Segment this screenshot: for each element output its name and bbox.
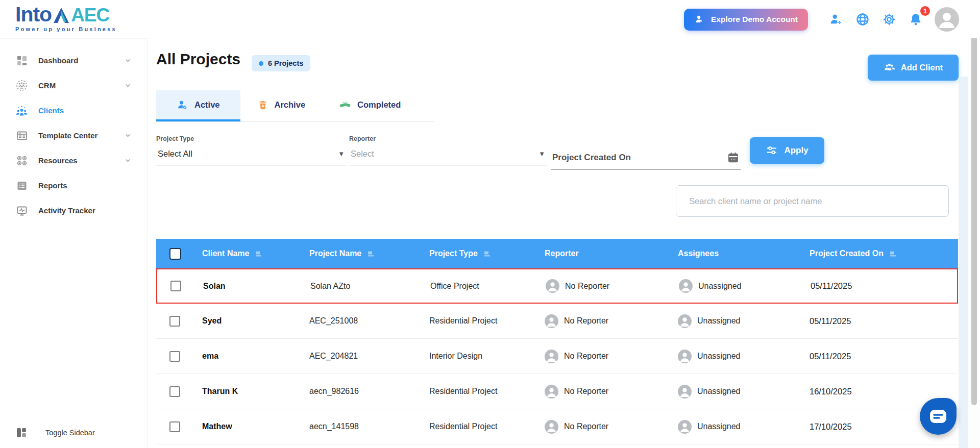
- add-client-label: Add Client: [901, 63, 943, 72]
- brand-tagline: Power up your Business: [15, 26, 117, 32]
- scrollbar-thumb[interactable]: [971, 4, 977, 405]
- brand-logo[interactable]: Into AEC Power up your Business: [15, 5, 117, 32]
- table-row[interactable]: Tharun K aecn_982616 Residential Project…: [156, 374, 958, 409]
- reporter-filter[interactable]: Reporter Select ▼: [349, 135, 547, 165]
- page-title: All Projects: [156, 51, 240, 68]
- sidebar-item-clients[interactable]: Clients: [0, 98, 148, 123]
- avatar-placeholder-icon: [545, 350, 558, 363]
- sidebar-item-resources[interactable]: Resources: [0, 148, 148, 173]
- table-header-row: Client Name Project Name Project Type Re…: [156, 239, 958, 268]
- avatar-placeholder-icon: [546, 279, 559, 293]
- table-row[interactable]: Mathew aecn_141598 Residential Project N…: [156, 409, 958, 444]
- top-header: Into AEC Power up your Business Explore …: [0, 0, 980, 38]
- add-client-button[interactable]: Add Client: [868, 55, 959, 81]
- row-checkbox[interactable]: [169, 421, 180, 432]
- brand-triangle-icon: [52, 6, 70, 24]
- row-select-cell: [156, 351, 189, 362]
- tab-active[interactable]: Active: [156, 90, 240, 121]
- activity-icon: [15, 204, 28, 217]
- column-header-project-created-on[interactable]: Project Created On: [796, 249, 958, 258]
- settings-gear-button[interactable]: [881, 11, 897, 28]
- tab-archive[interactable]: Archive: [240, 90, 323, 121]
- select-all-cell: [156, 248, 189, 260]
- avatar-placeholder-icon: [545, 420, 558, 434]
- avatar-placeholder-icon: [678, 350, 692, 363]
- project-type-value: Select All: [158, 149, 192, 159]
- projects-count-badge: 6 Projects: [252, 55, 310, 71]
- sidebar-item-label: Resources: [38, 156, 114, 165]
- resources-icon: [15, 154, 28, 167]
- chevron-down-icon: [124, 82, 132, 90]
- project-name-cell: aecn_141598: [296, 422, 416, 431]
- reporter-select[interactable]: Select ▼: [349, 142, 547, 165]
- ring-icon: [259, 61, 263, 66]
- created-on-cell: 16/10/2025: [796, 387, 958, 396]
- reporter-cell: No Reporter: [531, 420, 665, 434]
- apply-filters-button[interactable]: Apply: [750, 137, 824, 164]
- sort-icon[interactable]: [367, 251, 375, 257]
- switch-account-icon: [694, 14, 705, 25]
- project-type-select[interactable]: Select All ▼: [156, 142, 346, 165]
- assignees-cell: Unassigned: [665, 350, 796, 363]
- table-row[interactable]: Syed AEC_251008 Residential Project No R…: [156, 304, 958, 339]
- row-select-cell: [157, 281, 190, 291]
- project-type-filter[interactable]: Project Type Select All ▼: [156, 135, 346, 165]
- sidebar-item-label: Dashboard: [38, 56, 114, 65]
- table-row[interactable]: Solan Solan AZto Office Project No Repor…: [156, 268, 958, 304]
- sidebar-item-activity-tracker[interactable]: Activity Tracker: [0, 198, 148, 223]
- reporter-label: Reporter: [349, 135, 547, 142]
- sidebar-item-template-center[interactable]: Template Center: [0, 123, 148, 148]
- sort-icon[interactable]: [483, 251, 491, 257]
- explore-demo-account-button[interactable]: Explore Demo Account: [684, 9, 808, 31]
- chevron-down-icon: [124, 132, 132, 140]
- projects-count-label: 6 Projects: [268, 59, 303, 67]
- row-checkbox[interactable]: [169, 386, 180, 397]
- sort-icon[interactable]: [889, 251, 897, 257]
- sidebar-item-reports[interactable]: Reports: [0, 173, 148, 198]
- search-input[interactable]: [689, 196, 936, 206]
- sidebar: Dashboard CRM Clients Template Center Re…: [0, 38, 148, 448]
- created-on-cell: 05/11/2025: [796, 352, 958, 361]
- toggle-sidebar-button[interactable]: Toggle Sidebar: [15, 427, 95, 439]
- search-box: [676, 185, 949, 217]
- created-on-filter[interactable]: Project Created On: [551, 135, 741, 170]
- header-actions: Explore Demo Account 1: [684, 7, 959, 32]
- globe-button[interactable]: [855, 11, 870, 28]
- row-checkbox[interactable]: [169, 351, 180, 362]
- tab-completed[interactable]: Completed: [322, 90, 418, 121]
- tab-label: Active: [194, 100, 220, 110]
- column-header-reporter: Reporter: [531, 249, 665, 258]
- tab-active-icon: [177, 99, 188, 111]
- tabs-bar: Active Archive Completed: [156, 90, 434, 122]
- chevron-down-icon: [124, 157, 132, 165]
- chat-widget-button[interactable]: [920, 398, 957, 435]
- caret-down-icon: ▼: [538, 150, 545, 158]
- page-background-gutter: [959, 77, 968, 448]
- assignees-cell: Unassigned: [665, 420, 796, 434]
- row-checkbox[interactable]: [169, 316, 180, 327]
- column-header-project-name[interactable]: Project Name: [296, 249, 416, 258]
- column-header-project-type[interactable]: Project Type: [416, 249, 531, 258]
- table-row[interactable]: ema AEC_204821 Interior Design No Report…: [156, 339, 958, 374]
- switch-account-button[interactable]: [828, 11, 844, 28]
- row-select-cell: [156, 421, 189, 432]
- sort-icon[interactable]: [255, 251, 262, 257]
- project-type-label: Project Type: [156, 135, 346, 142]
- reporter-text: No Reporter: [564, 422, 608, 431]
- brand-name-secondary: AEC: [71, 6, 109, 24]
- user-avatar[interactable]: [935, 7, 959, 32]
- main-content: All Projects 6 Projects Add Client Activ…: [148, 38, 959, 448]
- row-checkbox[interactable]: [170, 281, 181, 291]
- client-name-cell: Syed: [189, 316, 296, 326]
- select-all-checkbox[interactable]: [169, 248, 181, 260]
- column-header-client-name[interactable]: Client Name: [189, 249, 296, 258]
- toggle-sidebar-icon: [15, 427, 28, 439]
- project-name-cell: AEC_204821: [296, 352, 416, 361]
- sidebar-item-dashboard[interactable]: Dashboard: [0, 48, 148, 73]
- notifications-bell-button[interactable]: 1: [908, 11, 923, 28]
- column-header-label: Project Created On: [810, 249, 884, 258]
- projects-table: Client Name Project Name Project Type Re…: [156, 239, 958, 444]
- sidebar-item-crm[interactable]: CRM: [0, 73, 148, 98]
- avatar-placeholder-icon: [545, 314, 558, 328]
- created-on-datepicker[interactable]: Project Created On: [551, 145, 741, 170]
